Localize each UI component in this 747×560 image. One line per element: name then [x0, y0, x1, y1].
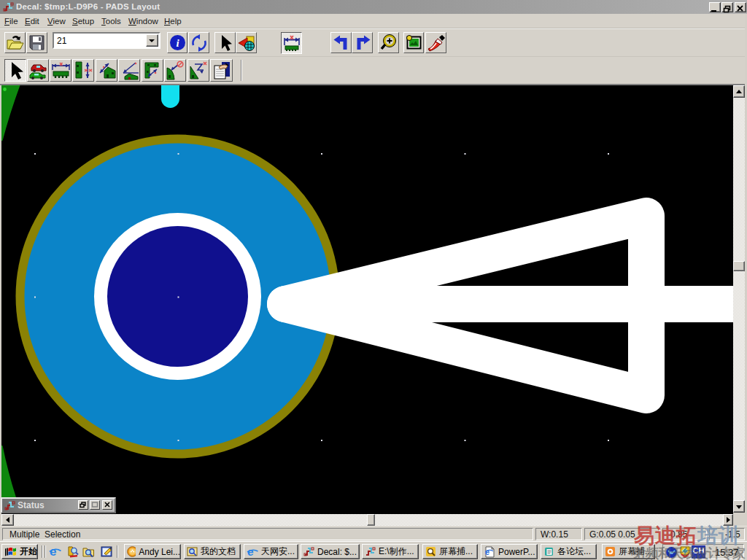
svg-text:e: e	[485, 548, 489, 556]
